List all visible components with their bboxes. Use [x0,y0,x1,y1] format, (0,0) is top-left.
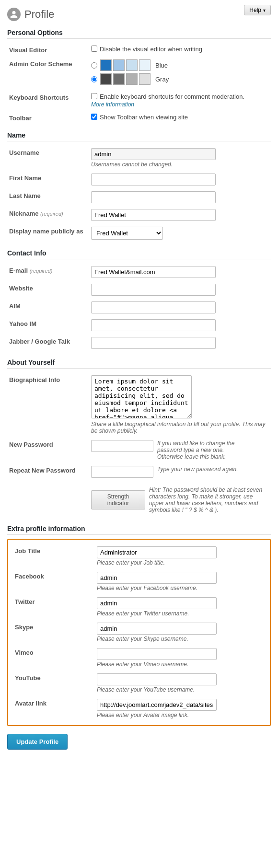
gray-swatches [100,73,151,85]
strength-hint: Hint: The password should be at least se… [149,486,269,513]
twitter-label: Twitter [13,594,92,620]
display-name-select[interactable]: Fred Wallet [91,227,163,240]
update-profile-button[interactable]: Update Profile [7,734,68,750]
section-personal-options: Personal Options [7,29,271,39]
yahoo-label: Yahoo IM [7,316,86,334]
jabber-label: Jabber / Google Talk [7,334,86,352]
first-name-input[interactable] [91,174,216,185]
nickname-required: (required) [40,211,63,217]
bio-row: Biographical Info Lorem ipsum dolor sit … [7,372,271,437]
job-title-label: Job Title [13,544,92,569]
email-required: (required) [30,268,53,274]
display-name-label: Display name publicly as [7,224,86,243]
job-title-input[interactable] [97,546,217,558]
nickname-row: Nickname (required) [7,206,271,224]
gray-label: Gray [155,76,169,83]
username-row: Username Usernames cannot be changed. [7,145,271,171]
name-table: Username Usernames cannot be changed. Fi… [7,145,271,243]
section-about: About Yourself [7,359,271,369]
gray-scheme-row: Gray [91,73,269,85]
gray-swatch-3 [126,73,138,85]
website-label: Website [7,281,86,299]
toolbar-checkbox-label[interactable]: Show Toolbar when viewing site [91,114,269,121]
keyboard-label: Keyboard Shortcuts [7,90,86,111]
twitter-input[interactable] [97,597,217,609]
blue-swatch-4 [139,59,151,71]
facebook-input[interactable] [97,572,217,584]
jabber-input[interactable] [91,337,216,349]
visual-editor-row: Visual Editor Disable the visual editor … [7,43,271,57]
blue-swatch-1 [100,59,112,71]
blue-label: Blue [155,62,168,69]
avatar-input[interactable] [97,699,217,711]
aim-row: AIM [7,299,271,316]
admin-color-label: Admin Color Scheme [7,57,86,90]
aim-input[interactable] [91,301,216,313]
email-label: E-mail (required) [7,263,86,281]
website-row: Website [7,281,271,299]
repeat-password-input[interactable] [91,466,153,478]
new-password-input[interactable] [91,440,153,452]
visual-editor-checkbox[interactable] [91,46,97,52]
display-name-row: Display name publicly as Fred Wallet [7,224,271,243]
email-input[interactable] [91,266,216,278]
keyboard-checkbox[interactable] [91,93,97,99]
youtube-input[interactable] [97,673,217,685]
first-name-label: First Name [7,171,86,188]
first-name-row: First Name [7,171,271,188]
repeat-password-label: Repeat New Password [7,463,86,481]
jabber-row: Jabber / Google Talk [7,334,271,352]
blue-swatch-2 [113,59,125,71]
section-extra-profile: Extra profile information [7,525,271,535]
help-button[interactable]: Help ▾ [244,5,271,15]
repeat-password-group: Type your new password again. [91,466,269,478]
youtube-label: YouTube [13,671,92,696]
extra-profile-box: Job Title Please enter your Job title. F… [7,539,271,726]
last-name-label: Last Name [7,188,86,206]
skype-input[interactable] [97,623,217,635]
visual-editor-label: Visual Editor [7,43,86,57]
strength-indicator-button[interactable]: Strength indicator [91,490,145,509]
username-hint: Usernames cannot be changed. [91,161,269,168]
new-password-row: New Password If you would like to change… [7,437,271,463]
facebook-row: Facebook Please enter your Facebook user… [13,569,265,594]
username-input[interactable] [91,148,216,160]
skype-row: Skype Please enter your Skype username. [13,620,265,645]
last-name-input[interactable] [91,191,216,203]
chevron-down-icon: ▾ [263,8,266,13]
gray-radio[interactable] [91,76,97,82]
avatar-hint: Please enter your Avatar image link. [97,712,263,718]
gray-swatch-2 [113,73,125,85]
extra-table: Job Title Please enter your Job title. F… [13,544,265,721]
twitter-row: Twitter Please enter your Twitter userna… [13,594,265,620]
page-header: Profile [7,8,244,21]
admin-color-row: Admin Color Scheme Blue [7,57,271,90]
website-input[interactable] [91,284,216,296]
keyboard-more-info: More information [91,101,269,108]
help-label: Help [249,7,261,13]
nickname-input[interactable] [91,209,216,221]
blue-radio[interactable] [91,62,97,69]
new-password-group: If you would like to change the password… [91,440,269,460]
about-table: Biographical Info Lorem ipsum dolor sit … [7,372,271,518]
repeat-password-row: Repeat New Password Type your new passwo… [7,463,271,481]
yahoo-row: Yahoo IM [7,316,271,334]
bio-textarea[interactable]: Lorem ipsum dolor sit amet, consectetur … [91,375,192,418]
nickname-label: Nickname (required) [7,206,86,224]
bio-label: Biographical Info [7,372,86,437]
more-info-link[interactable]: More information [91,101,134,108]
blue-swatch-3 [126,59,138,71]
personal-options-table: Visual Editor Disable the visual editor … [7,43,271,125]
profile-icon [7,8,21,21]
keyboard-shortcuts-row: Keyboard Shortcuts Enable keyboard short… [7,90,271,111]
toolbar-checkbox[interactable] [91,114,97,120]
yahoo-input[interactable] [91,319,216,331]
section-contact-info: Contact Info [7,249,271,259]
keyboard-checkbox-label[interactable]: Enable keyboard shortcuts for comment mo… [91,93,269,100]
vimeo-label: Vimeo [13,645,92,671]
gray-swatch-4 [139,73,151,85]
vimeo-input[interactable] [97,648,217,660]
strength-row: Strength indicator Hint: The password sh… [7,481,271,518]
visual-editor-checkbox-label[interactable]: Disable the visual editor when writing [91,46,269,53]
skype-hint: Please enter your Skype username. [97,636,263,642]
